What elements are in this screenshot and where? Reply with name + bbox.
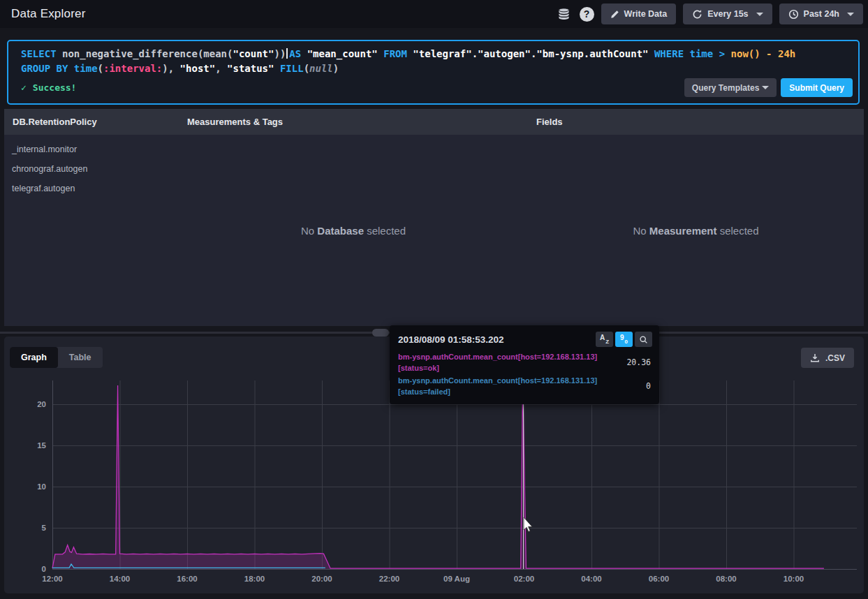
write-data-label: Write Data	[624, 9, 668, 19]
x-axis-tick-label: 12:00	[42, 575, 62, 583]
y-axis-tick-label: 5	[42, 524, 47, 532]
query-token: AS	[289, 48, 307, 59]
x-axis-tick-label: 02:00	[514, 575, 534, 583]
x-axis-tick-label: 16:00	[177, 575, 197, 583]
search-icon[interactable]	[635, 332, 652, 347]
column-header-fields: Fields	[528, 117, 864, 127]
tooltip-series-value-ok: 20.36	[619, 357, 651, 368]
grip-handle[interactable]	[372, 329, 389, 337]
y-axis-tick-label: 10	[37, 482, 46, 491]
y-axis-tick-label: 15	[37, 441, 46, 450]
checkmark-icon: ✓	[21, 82, 27, 93]
tooltip-series-value-failed: 0	[639, 380, 651, 392]
auto-refresh-dropdown[interactable]: Every 15s	[683, 3, 772, 24]
x-axis-tick-label: 14:00	[110, 575, 130, 583]
nav-actions: ? Write Data Every 15s Past 24h	[556, 3, 863, 24]
query-token: non_negative_difference(mean(	[62, 48, 233, 59]
query-templates-dropdown[interactable]: Query Templates	[684, 78, 777, 97]
schema-explorer-header: DB.RetentionPolicy Measurements & Tags F…	[4, 109, 864, 135]
query-token: ))	[274, 48, 286, 59]
tooltip-series-row: bm-ysnp.authCount.mean_count[host=192.16…	[390, 374, 659, 398]
measurements-column: No Database selected	[179, 135, 528, 326]
x-axis-tick-label: 20:00	[311, 575, 332, 583]
query-token: ,	[215, 63, 227, 74]
query-token: now() - 24h	[731, 48, 796, 59]
query-line: GROUP BY time(:interval:), "host", "stat…	[21, 61, 858, 76]
x-axis-tick-label: 10:00	[784, 575, 804, 583]
tooltip-series-label-failed: bm-ysnp.authCount.mean_count[host=192.16…	[398, 375, 639, 397]
query-token: )	[333, 63, 339, 74]
sort-numeric-icon[interactable]: 90	[615, 332, 633, 347]
database-icon[interactable]	[556, 6, 573, 22]
query-templates-label: Query Templates	[692, 83, 759, 93]
caret-down-icon	[762, 86, 769, 89]
series-line-0	[52, 381, 824, 568]
query-token: :interval:	[103, 63, 162, 74]
x-axis-tick-label: 18:00	[244, 575, 265, 583]
tooltip-series-label-ok: bm-ysnp.authCount.mean_count[host=192.16…	[398, 351, 619, 374]
x-axis-tick-label: 06:00	[649, 575, 669, 583]
query-token: "count"	[233, 48, 274, 59]
schema-explorer: DB.RetentionPolicy Measurements & Tags F…	[4, 109, 864, 326]
query-token: GROUP BY time	[21, 63, 98, 74]
chart-hover-tooltip: 2018/08/09 01:58:53.202 AZ 90 bm-ysnp.au…	[390, 325, 659, 404]
submit-query-button[interactable]: Submit Query	[781, 78, 853, 97]
caret-down-icon	[756, 13, 763, 16]
query-editor[interactable]: SELECT non_negative_difference(mean("cou…	[8, 41, 858, 76]
column-header-db: DB.RetentionPolicy	[4, 117, 179, 127]
submit-query-label: Submit Query	[789, 83, 844, 93]
x-axis-tick-label: 22:00	[379, 575, 399, 583]
tooltip-timestamp: 2018/08/09 01:58:53.202	[398, 334, 504, 345]
top-nav-bar: Data Explorer ? Write Data Every 15s	[0, 0, 868, 28]
sort-alpha-icon[interactable]: AZ	[596, 332, 613, 347]
fields-column: No Measurement selected	[528, 135, 864, 326]
query-line: SELECT non_negative_difference(mean("cou…	[21, 47, 858, 61]
page-title: Data Explorer	[11, 7, 86, 21]
help-icon[interactable]: ?	[580, 7, 594, 22]
series-area-0	[52, 381, 824, 569]
query-token: SELECT	[21, 48, 62, 59]
pencil-icon	[610, 10, 619, 19]
query-token: WHERE time >	[649, 48, 731, 59]
column-header-measurements: Measurements & Tags	[179, 117, 528, 127]
tooltip-series-row: bm-ysnp.authCount.mean_count[host=192.16…	[390, 350, 659, 374]
query-token: "telegraf"."autogen"."bm-ysnp.authCount"	[413, 48, 648, 59]
query-token: FILL	[274, 63, 303, 74]
x-axis-tick-label: 09 Aug	[443, 575, 470, 583]
query-token: (	[304, 63, 309, 74]
clock-icon	[788, 9, 799, 20]
y-axis-tick-label: 20	[37, 400, 46, 408]
query-token: "mean_count"	[307, 48, 378, 59]
query-token: null	[309, 63, 333, 74]
query-token: "host"	[180, 63, 216, 74]
query-footer: ✓ Success! Query Templates Submit Query	[8, 77, 858, 103]
text-cursor	[286, 48, 288, 59]
x-axis-tick-label: 04:00	[581, 575, 601, 583]
write-data-button[interactable]: Write Data	[601, 3, 677, 24]
no-database-selected-message: No Database selected	[301, 225, 406, 237]
database-list: _internal.monitorchronograf.autogenteleg…	[4, 135, 179, 326]
schema-explorer-body: _internal.monitorchronograf.autogenteleg…	[4, 135, 864, 326]
db-list-item[interactable]: telegraf.autogen	[4, 179, 179, 198]
no-measurement-selected-message: No Measurement selected	[633, 225, 758, 237]
db-list-item[interactable]: _internal.monitor	[4, 140, 179, 159]
caret-down-icon	[847, 13, 854, 16]
auto-refresh-label: Every 15s	[707, 9, 748, 19]
db-list-item[interactable]: chronograf.autogen	[4, 159, 179, 179]
y-axis-tick-label: 0	[42, 565, 46, 573]
query-token: FROM	[378, 48, 413, 59]
query-status-text: Success!	[33, 82, 77, 93]
query-status: ✓ Success!	[21, 82, 76, 93]
query-token: ),	[162, 63, 179, 74]
query-editor-panel: SELECT non_negative_difference(mean("cou…	[7, 40, 860, 105]
time-range-label: Past 24h	[804, 9, 839, 19]
x-axis-tick-label: 08:00	[716, 575, 736, 583]
time-range-dropdown[interactable]: Past 24h	[779, 3, 863, 24]
query-token: "status"	[227, 63, 274, 74]
query-token: (	[98, 63, 103, 74]
refresh-icon	[692, 9, 703, 20]
